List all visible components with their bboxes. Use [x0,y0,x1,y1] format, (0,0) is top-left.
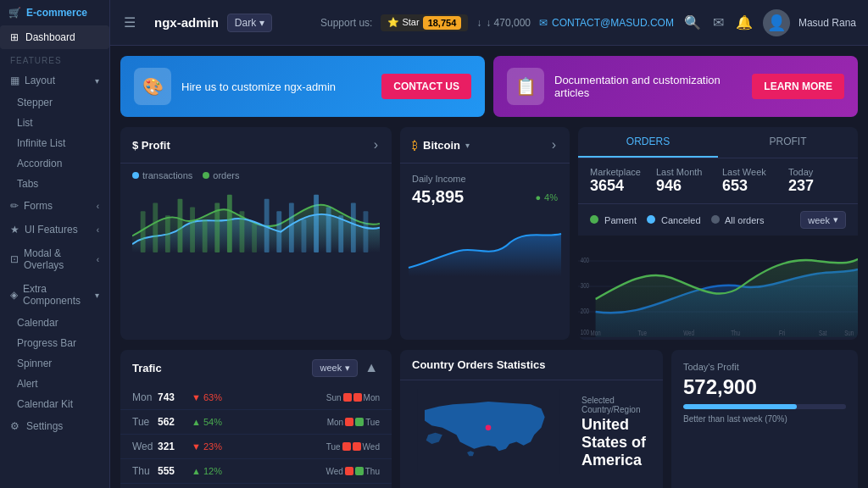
docs-text: Documentation and customization articles [554,74,742,99]
email-icon: ✉ [539,17,548,29]
trafic-card: Trafic week ▾ ▲ Mon 743 ▼ 63% Sun [120,350,392,488]
trafic-row: Wed 321 ▼ 23% Tue Wed [120,435,392,459]
svg-rect-11 [276,211,281,252]
sidebar-item-forms[interactable]: ✏ Forms ‹ [0,194,109,218]
profit-today-bar [683,404,846,409]
orders-chart-svg: 400 300 200 100 Mon Tue Wed [578,236,858,337]
bitcoin-card: ₿ Bitcoin ▾ › Daily Income 45,895 ● 4% [400,127,570,340]
sidebar-item-settings[interactable]: ⚙ Settings [0,414,109,438]
country-info: Selected Country/Region United States of… [581,396,651,469]
chevron-left-icon: ‹ [97,202,99,211]
sidebar-item-accordion[interactable]: Accordion [0,153,109,174]
sidebar-item-dashboard[interactable]: ⊞ Dashboard [0,25,109,49]
sidebar-item-list[interactable]: List [0,113,109,133]
orders-card: ORDERS PROFIT Marketplace 3654 Last Mont… [578,127,858,340]
trafic-rows: Mon 743 ▼ 63% Sun Mon Tue 562 ▲ 54% Mon … [120,385,392,488]
ui-icon: ★ [10,224,19,236]
mail-button[interactable]: ✉ [711,13,726,32]
svg-rect-8 [240,211,245,252]
svg-text:Fri: Fri [779,329,785,337]
legend-orders: orders [203,170,239,180]
trafic-mini-chart: Sun Mon [230,393,380,402]
svg-rect-9 [252,224,257,252]
trafic-val: 555 [158,465,192,477]
svg-text:400: 400 [581,256,589,264]
sidebar-item-stepper[interactable]: Stepper [0,92,109,113]
svg-rect-2 [165,215,170,252]
trafic-row: Tue 562 ▲ 54% Mon Tue [120,410,392,435]
dashboard-icon: ⊞ [10,31,19,43]
theme-selector[interactable]: Dark ▾ [227,14,272,32]
profit-card-header: $ Profit › [120,127,392,164]
chart-legend: Pament Canceled All orders [590,215,764,225]
sidebar-item-alert[interactable]: Alert [0,374,109,394]
svg-rect-3 [178,199,183,252]
country-header: Country Orders Statistics [400,350,663,380]
country-card: Country Orders Statistics [400,350,663,488]
sidebar-item-progress-bar[interactable]: Progress Bar [0,333,109,353]
docs-icon: 📋 [507,68,544,105]
sidebar-item-calendar[interactable]: Calendar [0,313,109,333]
cart-icon: 🛒 [8,7,21,19]
sidebar-item-ecommerce[interactable]: 🛒 E-commerce [0,0,109,25]
svg-rect-10 [264,199,270,252]
sidebar-item-infinite-list[interactable]: Infinite List [0,133,109,153]
bitcoin-label: Bitcoin [423,139,460,152]
sidebar-item-extra[interactable]: ◈ Extra Components ▾ [0,277,109,313]
tab-profit[interactable]: PROFIT [718,127,858,158]
docs-banner: 📋 Documentation and customization articl… [493,56,858,117]
trafic-day: Wed [132,441,158,452]
avatar[interactable]: 👤 [763,9,790,36]
profit-bar-fill [683,404,797,409]
layout-icon: ▦ [10,75,19,86]
bitcoin-chevron: ▾ [465,141,470,150]
menu-toggle-button[interactable]: ☰ [122,13,137,32]
chevron-down-icon3: ▾ [259,17,264,29]
chevron-left-icon3: ‹ [97,255,99,264]
trafic-expand-button[interactable]: ▲ [363,358,380,377]
main-area: ☰ ngx-admin Dark ▾ Support us: ⭐ Star 18… [110,0,868,488]
search-button[interactable]: 🔍 [682,13,703,32]
country-region-label: Selected Country/Region [581,396,651,414]
sidebar-item-ui-features[interactable]: ★ UI Features ‹ [0,218,109,241]
svg-rect-17 [351,203,356,252]
tab-orders[interactable]: ORDERS [578,127,718,158]
bitcoin-pct: ● 4% [535,192,558,202]
chevron-left-icon2: ‹ [97,225,99,235]
profit-chart-svg [132,186,380,253]
sidebar-item-layout[interactable]: ▦ Layout ▾ [0,69,109,92]
github-star-button[interactable]: ⭐ Star 18,754 [381,14,468,31]
sidebar-item-tabs[interactable]: Tabs [0,174,109,194]
svg-text:300: 300 [581,281,589,290]
profit-more-button[interactable]: › [372,136,380,154]
bitcoin-info: Daily Income 45,895 ● 4% [400,164,570,217]
sidebar: 🛒 E-commerce ⊞ Dashboard FEATURES ▦ Layo… [0,0,110,488]
bitcoin-chart-svg [400,217,570,276]
trafic-mini-chart: Tue Wed [230,442,380,452]
profit-title: $ Profit [132,139,170,152]
content-area: 🎨 Hire us to customize ngx-admin CONTACT… [110,46,868,488]
svg-text:Mon: Mon [591,329,601,337]
bitcoin-more-button[interactable]: › [550,136,558,154]
svg-text:100: 100 [581,328,589,336]
chevron-down-icon: ▾ [95,76,99,86]
bitcoin-card-header: ₿ Bitcoin ▾ › [400,127,570,164]
svg-rect-12 [289,203,294,252]
sidebar-item-modal[interactable]: ⊡ Modal & Overlays ‹ [0,241,109,277]
profit-today-card: Today's Profit 572,900 Better than last … [671,350,858,488]
trafic-mini-chart: Mon Tue [230,418,380,427]
trafic-title: Trafic [132,362,162,374]
bell-button[interactable]: 🔔 [734,13,754,32]
svg-text:Wed: Wed [683,329,694,337]
svg-rect-1 [153,203,158,252]
svg-text:Sat: Sat [819,329,827,337]
contact-us-button[interactable]: CONTACT US [381,74,471,99]
sidebar-item-spinner[interactable]: Spinner [0,353,109,374]
sidebar-item-calendar-kit[interactable]: Calendar Kit [0,394,109,414]
profit-chart-area: transactions orders [120,164,392,263]
svg-point-35 [486,425,492,431]
week-filter-select[interactable]: week ▾ [800,211,846,229]
learn-more-button[interactable]: LEARN MORE [752,74,844,99]
contact-email[interactable]: ✉ CONTACT@MASUD.COM [539,17,674,29]
trafic-filter-select[interactable]: week ▾ [312,359,358,377]
